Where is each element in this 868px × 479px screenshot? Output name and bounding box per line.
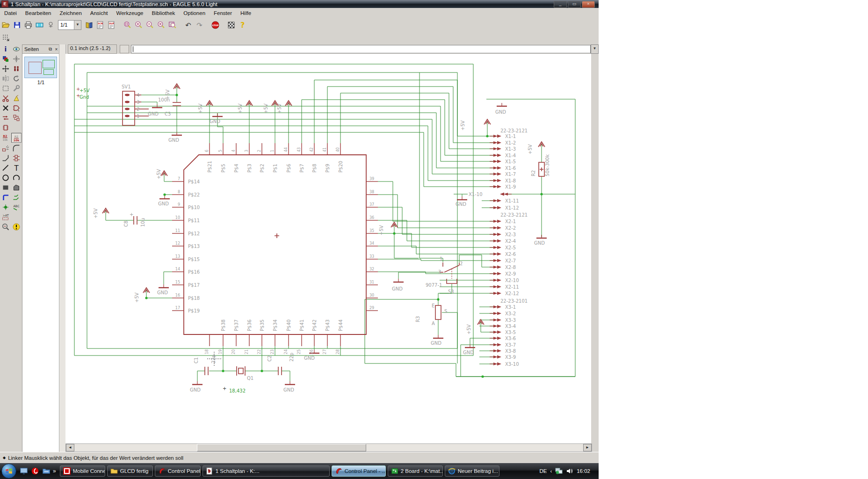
tool-move[interactable] — [1, 64, 10, 73]
undo-icon[interactable]: ↶ — [183, 20, 193, 30]
tool-errors[interactable] — [12, 222, 21, 231]
scroll-right-icon[interactable]: ► — [583, 444, 592, 451]
tool-delete[interactable] — [1, 103, 10, 112]
stop-icon[interactable]: STOP — [210, 20, 220, 30]
vodafone-icon[interactable] — [30, 466, 40, 476]
zoom-in-icon[interactable] — [133, 20, 144, 30]
taskbar-button-2[interactable]: Control Panel - ... — [155, 465, 201, 477]
sheet-selector[interactable]: 1/1▼ — [58, 20, 81, 30]
zoom-out-icon[interactable] — [145, 20, 155, 30]
zoom-fit-icon[interactable] — [122, 20, 132, 30]
pages-panel-scrollbar[interactable] — [59, 44, 66, 452]
tool-mirror[interactable] — [1, 74, 10, 83]
zoom-select-icon[interactable] — [167, 20, 177, 30]
tool-smash[interactable] — [1, 144, 10, 152]
board-switch-icon[interactable] — [45, 20, 56, 30]
tool-show[interactable] — [12, 44, 21, 53]
tool-replace[interactable] — [1, 123, 10, 132]
tool-value[interactable]: R210k — [11, 133, 22, 143]
folder-share-icon[interactable] — [42, 466, 51, 476]
network-icon[interactable] — [555, 467, 563, 475]
clock[interactable]: 16:02 — [577, 468, 590, 474]
language-indicator[interactable]: DE — [539, 468, 547, 474]
command-dropdown-icon[interactable]: ▼ — [591, 44, 599, 54]
command-input[interactable] — [131, 45, 591, 53]
minimize-button[interactable]: _ — [554, 1, 567, 8]
speaker-icon[interactable] — [566, 467, 573, 475]
maximize-button[interactable]: ▭ — [568, 1, 581, 8]
chevron-down-icon[interactable]: ▼ — [74, 21, 81, 29]
tool-circle[interactable] — [1, 173, 10, 182]
ratsnest-pattern-icon[interactable] — [226, 20, 236, 30]
show-desktop-icon[interactable] — [19, 466, 29, 476]
schematic-canvas[interactable]: 6P$21185P$519P$384P$420P$373P$321P$362P$… — [65, 54, 591, 443]
tool-name[interactable]: R210k — [0, 133, 10, 142]
tool-net[interactable] — [12, 193, 21, 202]
taskbar-button-4[interactable]: Control Panel - ... — [332, 465, 386, 477]
tool-split[interactable] — [1, 153, 10, 162]
tool-junction[interactable] — [1, 203, 10, 211]
tool-wire[interactable] — [1, 163, 10, 172]
ulp-icon[interactable]: ULP — [106, 20, 116, 30]
start-button[interactable] — [1, 464, 16, 479]
menu-werkzeuge[interactable]: Werkzeuge — [112, 9, 148, 17]
overflow-chevron[interactable]: » — [53, 468, 56, 474]
taskbar-button-1[interactable]: GLCD fertig — [107, 465, 153, 477]
tool-label[interactable]: ABC — [12, 203, 21, 211]
redo-icon[interactable]: ↷ — [194, 20, 204, 30]
zoom-redraw-icon[interactable] — [156, 20, 166, 30]
taskbar-button-3[interactable]: 1 Schaltplan - K:... — [203, 465, 330, 477]
horizontal-scrollbar[interactable]: ◄ ► — [65, 443, 592, 452]
tool-erc[interactable] — [1, 222, 10, 231]
taskbar-button-6[interactable]: Neuer Beitrag i... — [445, 465, 499, 477]
tool-copy[interactable] — [12, 64, 21, 73]
tool-invoke[interactable] — [12, 153, 21, 162]
page-label[interactable]: 1/1 — [22, 80, 59, 85]
tool-cut[interactable] — [1, 94, 10, 102]
menu-zeichnen[interactable]: Zeichnen — [55, 9, 86, 17]
use-library-icon[interactable] — [84, 20, 94, 30]
tool-pinswap[interactable] — [1, 113, 10, 122]
tool-attribute[interactable]: >AT — [1, 212, 10, 221]
tool-bus[interactable] — [1, 193, 10, 202]
tool-add[interactable] — [12, 103, 21, 112]
menu-bibliothek[interactable]: Bibliothek — [147, 9, 179, 17]
tool-gateswap[interactable] — [12, 113, 21, 122]
tool-info[interactable]: i — [1, 44, 10, 53]
tray-chevron-icon[interactable]: ‹ — [550, 468, 552, 474]
cam-processor-icon[interactable] — [34, 20, 44, 30]
scrollbar-thumb[interactable] — [197, 444, 366, 451]
schematic-text: 22p — [289, 353, 294, 362]
tool-change[interactable] — [12, 84, 21, 93]
page-thumbnail[interactable] — [24, 57, 57, 78]
tool-rotate[interactable] — [12, 74, 21, 83]
menu-hilfe[interactable]: Hilfe — [236, 9, 255, 17]
menu-bearbeiten[interactable]: Bearbeiten — [21, 9, 56, 17]
scroll-left-icon[interactable]: ◄ — [66, 444, 74, 451]
menu-optionen[interactable]: Optionen — [179, 9, 210, 17]
save-icon[interactable] — [12, 20, 22, 30]
menu-datei[interactable]: Datei — [0, 9, 21, 17]
tool-group[interactable] — [1, 84, 10, 93]
taskbar-button-0[interactable]: Mobile Connect — [60, 465, 105, 477]
taskbar-button-5[interactable]: 2 Board - K:\mat... — [388, 465, 443, 477]
tool-miter[interactable] — [12, 144, 21, 152]
menu-fenster[interactable]: Fenster — [210, 9, 236, 17]
menu-ansicht[interactable]: Ansicht — [86, 9, 112, 17]
tool-mark[interactable] — [12, 54, 21, 63]
pin-arrow-icon — [493, 305, 501, 309]
close-button[interactable]: × — [582, 1, 595, 8]
schematic-text: +5V — [156, 169, 161, 179]
tool-arc[interactable] — [12, 173, 21, 182]
grid-icon[interactable] — [0, 32, 11, 43]
tool-rect[interactable] — [1, 183, 10, 192]
panel-float-icon[interactable]: ⧉ — [47, 46, 53, 52]
tool-display[interactable] — [1, 54, 10, 63]
help-icon[interactable]: ? — [237, 20, 247, 30]
open-folder-icon[interactable] — [0, 20, 11, 30]
tool-paste[interactable] — [12, 94, 21, 102]
print-icon[interactable] — [23, 20, 33, 30]
tool-text[interactable]: T — [12, 163, 21, 172]
tool-polygon[interactable] — [12, 183, 21, 192]
script-icon[interactable]: SCR — [95, 20, 105, 30]
